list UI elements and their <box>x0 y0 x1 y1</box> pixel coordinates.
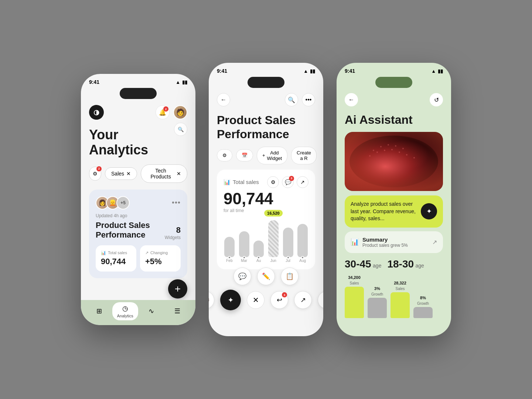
summary-left: 📊 Summary Product sales grew 5% <box>351 236 408 248</box>
wifi-icon-1: ▲ <box>175 79 180 85</box>
close-tech-icon[interactable]: ✕ <box>177 171 181 177</box>
bar-jun-bar[interactable]: 16,520 <box>268 220 279 257</box>
float-main-button[interactable]: ✦ <box>220 290 241 310</box>
float-undo-button[interactable]: ↩ 3 <box>270 291 288 309</box>
add-button[interactable]: + <box>168 279 187 299</box>
chart-card: 📊 Total sales ⚙ 💬 3 ↗ 90,744 for all tim… <box>217 170 315 269</box>
chart-icon: 📊 <box>101 250 106 255</box>
status-icons-2: ▲ ▮▮ <box>303 68 315 74</box>
float-person-button[interactable]: 🧑 <box>209 291 214 309</box>
bar-dot-jul <box>287 256 290 259</box>
search-button[interactable]: 🔍 <box>174 123 187 136</box>
status-bar-1: 9:41 ▲ ▮▮ <box>81 74 195 85</box>
bar-label-mar: Mar <box>241 259 247 263</box>
nav-analytics[interactable]: ◷ Analytics <box>112 302 139 320</box>
page-title: Your Analytics <box>89 127 148 158</box>
chart-chat-button[interactable]: 💬 3 <box>282 176 294 188</box>
status-time-2: 9:41 <box>217 68 227 74</box>
float-edit-button[interactable]: ✏️ <box>257 267 275 285</box>
total-sales-value: 90,744 <box>101 257 131 266</box>
create-report-button[interactable]: Create a R <box>291 147 317 164</box>
p3-bar-3-value: 28,322 <box>394 281 406 285</box>
nav-activity[interactable]: ∿ <box>138 305 164 317</box>
more-button-2[interactable]: ••• <box>302 93 315 106</box>
float-doc-button[interactable]: 📋 <box>281 267 299 285</box>
back-button-3[interactable]: ← <box>345 93 358 106</box>
add-widget-button[interactable]: + Add Widget <box>257 147 287 164</box>
bar-chart: Feb Mar Au 16,520 Jun <box>224 218 308 263</box>
plus-icon: + <box>262 153 265 158</box>
changing-value: +5% <box>145 257 175 266</box>
float-expand-button[interactable]: ↗ <box>294 291 312 309</box>
p3-page-title: Ai Assistant <box>337 106 451 127</box>
bar-aug-bar[interactable] <box>297 224 308 257</box>
p3-bar-3-label: Sales <box>395 287 405 291</box>
analytics-label: Analytics <box>117 314 133 318</box>
menu-icon: ☰ <box>174 307 180 315</box>
bar-apr-bar[interactable] <box>253 241 264 257</box>
p3-bar-1: 34,200 Sales <box>345 275 364 318</box>
bar-mar-bar[interactable] <box>239 231 249 257</box>
age-1-value: 30-45 <box>345 258 371 270</box>
bottom-nav: ⊞ ◷ Analytics ∿ ☰ <box>81 300 195 325</box>
user-avatar[interactable]: 🧑 <box>173 105 187 119</box>
calendar-icon: 📅 <box>242 153 248 158</box>
search-button-2[interactable]: 🔍 <box>285 93 298 106</box>
p3-bar-2: 3% Growth <box>368 286 387 318</box>
float-close-button[interactable]: ✕ <box>247 291 265 309</box>
card-menu-button[interactable]: ••• <box>172 198 181 207</box>
p3-bar-3-bar[interactable] <box>391 292 410 318</box>
nav-more[interactable]: ☰ <box>164 305 191 317</box>
chart-settings-button[interactable]: ⚙ <box>267 176 279 188</box>
float-chat-button[interactable]: 💬 <box>233 267 251 285</box>
prompt-send-button[interactable]: ✦ <box>421 203 437 219</box>
filter-button-2[interactable]: ⚙ <box>217 149 232 161</box>
float-settings-button[interactable]: ⚙ <box>318 291 323 309</box>
tech-filter-button[interactable]: Tech Products ✕ <box>141 164 187 183</box>
filter-icon-button[interactable]: ⚙ 2 <box>89 167 101 181</box>
age-row: 30-45 age 18-30 age <box>337 253 451 270</box>
summary-card[interactable]: 📊 Summary Product sales grew 5% ↗ <box>345 231 443 253</box>
status-icons-1: ▲ ▮▮ <box>175 79 187 85</box>
card-widgets: 8 Widgets <box>165 225 181 240</box>
calendar-button[interactable]: 📅 <box>236 149 253 161</box>
bar-dot-apr <box>257 256 260 259</box>
p3-bar-4-value: 8% <box>420 296 426 300</box>
bar-feb-bar[interactable] <box>224 237 235 257</box>
phone-3: 9:41 ▲ ▮▮ ← ↺ Ai Assistant <box>337 63 451 336</box>
p3-bar-4: 8% Growth <box>413 296 433 318</box>
age-2-label: age <box>416 263 424 269</box>
age-1-label: age <box>373 263 381 269</box>
status-icons-3: ▲ ▮▮ <box>431 68 443 74</box>
dynamic-island-1 <box>120 88 157 99</box>
back-button-2[interactable]: ← <box>217 93 230 106</box>
p3-bar-2-bar[interactable] <box>368 298 387 318</box>
chart-expand-button[interactable]: ↗ <box>297 176 308 188</box>
changing-card: ↗ Changing +5% <box>140 245 181 272</box>
summary-icon: 📊 <box>351 238 359 246</box>
float-row-top: 💬 ✏️ 📋 <box>233 267 299 285</box>
close-sales-icon[interactable]: ✕ <box>126 171 131 177</box>
bar-jul-bar[interactable] <box>283 228 293 257</box>
nav-dashboard[interactable]: ⊞ <box>86 305 112 317</box>
battery-icon-3: ▮▮ <box>438 68 443 74</box>
total-sales-label: 📊 Total sales <box>101 250 131 255</box>
status-time-3: 9:41 <box>345 68 355 74</box>
notification-button[interactable]: 🔔 2 <box>156 105 170 119</box>
undo-badge: 3 <box>282 292 287 297</box>
trend-icon: ↗ <box>145 250 149 255</box>
bar-label-apr: Au <box>256 259 261 263</box>
card-title: Product Sales Performance <box>96 221 165 240</box>
bar-label-feb: Feb <box>226 259 232 263</box>
p3-bar-4-bar[interactable] <box>413 307 433 318</box>
p3-bar-1-label: Sales <box>349 281 359 285</box>
p2-header-right: 🔍 ••• <box>285 93 315 106</box>
filter-row: ⚙ 2 Sales ✕ Tech Products ✕ <box>89 164 187 183</box>
sales-filter-button[interactable]: Sales ✕ <box>105 167 137 180</box>
refresh-button-3[interactable]: ↺ <box>430 93 443 106</box>
p2-header: ← 🔍 ••• <box>209 88 323 106</box>
p3-bar-1-bar[interactable] <box>345 287 364 318</box>
dashboard-icon: ⊞ <box>96 307 102 315</box>
summary-text: Summary Product sales grew 5% <box>362 236 408 248</box>
bar-label-jun: Jun <box>270 259 276 263</box>
